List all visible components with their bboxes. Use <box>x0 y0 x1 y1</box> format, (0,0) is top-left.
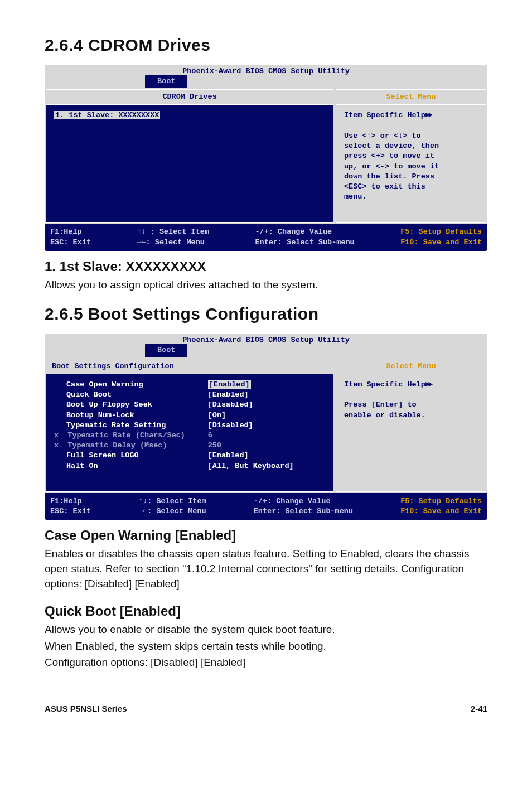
subsection-quick-boot: Quick Boot [Enabled] <box>45 603 487 619</box>
arrow-right-icon: ►► <box>425 380 431 389</box>
bios-right-panel: Select Menu Item Specific Help►► Use <↑>… <box>336 89 486 223</box>
footer-rule <box>45 699 487 699</box>
bios-key-help: F1:Help <box>50 496 91 506</box>
bios-item-1st-slave: 1. 1st Slave: XXXXXXXXX <box>54 110 325 120</box>
config-item-disabled: x Typematic Rate (Chars/Sec) <box>54 431 204 441</box>
config-item: Quick Boot <box>54 390 204 400</box>
body-text-quick-boot: When Enabled, the system skips certain t… <box>45 639 487 654</box>
config-value: [All, But Keyboard] <box>208 461 325 471</box>
section-heading-cdrom-drives: 2.6.4 CDROM Drives <box>45 36 487 55</box>
bios-tab-boot: Boot <box>145 344 187 357</box>
config-item: Case Open Warning <box>54 380 204 390</box>
bios-help-text: up, or <-> to move it <box>344 162 478 172</box>
bios-footer: F1:Help ESC: Exit ↑↓ : Select Item →←: S… <box>45 224 487 250</box>
footer-page-number: 2-41 <box>471 704 487 713</box>
body-text-case-open-warning: Enables or disables the chassis open sta… <box>45 547 487 591</box>
config-value: [On] <box>208 410 325 421</box>
bios-help-text: select a device, then <box>344 141 478 151</box>
subsection-case-open-warning: Case Open Warning [Enabled] <box>45 528 487 543</box>
config-value: [Enabled] <box>208 380 325 390</box>
config-item: Boot Up Floppy Seek <box>54 400 204 410</box>
config-item-disabled: x Typematic Delay (Msec) <box>54 441 204 451</box>
body-text-1st-slave: Allows you to assign optical drives atta… <box>45 278 487 293</box>
bios-tab-row: Boot <box>45 346 487 357</box>
bios-left-panel: Boot Settings Configuration Case Open Wa… <box>46 359 333 492</box>
bios-key-select-menu: →←: Select Menu <box>138 506 206 516</box>
bios-screenshot-cdrom-drives: Phoenix-Award BIOS CMOS Setup Utility Bo… <box>45 65 487 251</box>
bios-help-text: menu. <box>344 192 478 202</box>
config-item: Typematic Rate Setting <box>54 421 204 431</box>
config-item: Full Screen LOGO <box>54 451 204 461</box>
bios-key-submenu: Enter: Select Sub-menu <box>255 238 354 248</box>
bios-key-exit: ESC: Exit <box>50 506 91 516</box>
bios-key-save: F10: Save and Exit <box>400 506 482 516</box>
bios-title: Phoenix-Award BIOS CMOS Setup Utility <box>45 65 487 76</box>
bios-help-title: Item Specific Help►► <box>344 110 478 120</box>
bios-key-defaults: F5: Setup Defaults <box>400 496 482 506</box>
bios-tab-row: Boot <box>45 76 487 88</box>
bios-right-head: Select Menu <box>336 359 486 374</box>
bios-help-text: Press [Enter] to <box>344 400 478 410</box>
bios-key-submenu: Enter: Select Sub-menu <box>254 506 353 516</box>
arrow-right-icon: ►► <box>425 111 431 119</box>
bios-footer: F1:Help ESC: Exit ↑↓: Select Item →←: Se… <box>45 493 487 520</box>
config-value: [Disabled] <box>208 421 325 431</box>
body-text-quick-boot: Allows you to enable or disable the syst… <box>45 622 487 637</box>
bios-left-head: Boot Settings Configuration <box>46 359 333 374</box>
page-footer: ASUS P5NSLI Series 2-41 <box>45 704 487 713</box>
bios-key-select-item: ↑↓: Select Item <box>138 496 206 506</box>
subsection-1st-slave: 1. 1st Slave: XXXXXXXXX <box>45 259 487 274</box>
bios-help-text: press <+> to move it <box>344 151 478 161</box>
config-item: Bootup Num-Lock <box>54 410 204 421</box>
footer-product: ASUS P5NSLI Series <box>45 704 127 713</box>
bios-help-text: Use <↑> or <↓> to <box>344 131 478 141</box>
bios-help-text: down the list. Press <box>344 172 478 182</box>
bios-help-text: enable or disable. <box>344 410 478 421</box>
config-value-disabled: 250 <box>208 441 325 451</box>
bios-key-save: F10: Save and Exit <box>400 238 482 248</box>
bios-right-head: Select Menu <box>336 90 486 105</box>
config-item: Halt On <box>54 461 204 471</box>
bios-help-text: <ESC> to exit this <box>344 182 478 192</box>
config-value: [Enabled] <box>208 451 325 461</box>
bios-key-defaults: F5: Setup Defaults <box>400 227 482 237</box>
config-value-disabled: 6 <box>208 431 325 441</box>
bios-left-head: CDROM Drives <box>46 90 333 105</box>
body-text-quick-boot: Configuration options: [Disabled] [Enabl… <box>45 655 487 670</box>
config-value: [Disabled] <box>208 400 325 410</box>
bios-screenshot-boot-settings: Phoenix-Award BIOS CMOS Setup Utility Bo… <box>45 334 487 520</box>
bios-key-exit: ESC: Exit <box>50 238 91 248</box>
section-heading-boot-settings: 2.6.5 Boot Settings Configuration <box>45 305 487 323</box>
bios-key-change-value: -/+: Change Value <box>254 496 353 506</box>
bios-key-change-value: -/+: Change Value <box>255 227 354 237</box>
bios-left-panel: CDROM Drives 1. 1st Slave: XXXXXXXXX <box>46 89 333 223</box>
config-value: [Enabled] <box>208 390 325 400</box>
bios-right-panel: Select Menu Item Specific Help►► Press [… <box>336 359 486 492</box>
bios-key-select-menu: →←: Select Menu <box>137 238 209 248</box>
bios-key-select-item: ↑↓ : Select Item <box>137 227 209 237</box>
bios-tab-boot: Boot <box>145 75 187 88</box>
bios-help-title: Item Specific Help►► <box>344 380 478 390</box>
bios-title: Phoenix-Award BIOS CMOS Setup Utility <box>45 334 487 345</box>
bios-key-help: F1:Help <box>50 227 91 237</box>
